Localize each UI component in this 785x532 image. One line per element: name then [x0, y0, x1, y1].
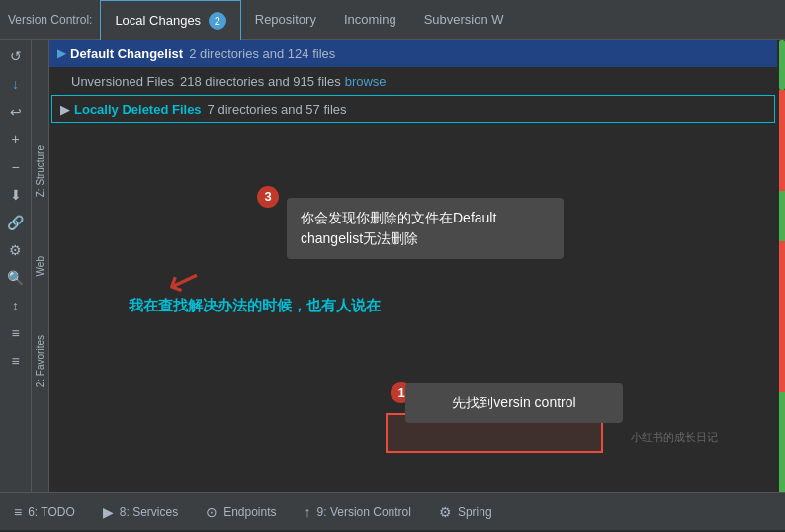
- endpoints-label: Endpoints: [223, 505, 276, 519]
- endpoints-icon: ⊙: [206, 504, 218, 520]
- endpoints-tab[interactable]: ⊙ Endpoints: [200, 502, 282, 522]
- spring-label: Spring: [458, 505, 492, 519]
- annotation-badge-3: 3: [257, 186, 279, 208]
- todo-label: 6: TODO: [28, 505, 75, 519]
- default-changelist-row[interactable]: ▶ Default Changelist 2 directories and 1…: [49, 40, 777, 67]
- link-icon[interactable]: 🔗: [3, 210, 29, 235]
- undo-icon[interactable]: ↩: [3, 99, 29, 125]
- services-icon: ▶: [103, 504, 114, 520]
- z-structure-label: Z: Structure: [35, 145, 45, 197]
- default-changelist-count: 2 directories and 124 files: [189, 46, 335, 61]
- version-control-label: Version Control:: [8, 13, 100, 27]
- tab-local-changes[interactable]: Local Changes 2: [100, 0, 240, 40]
- watermark-text: 小红书的成长日记: [631, 430, 718, 445]
- locally-deleted-files-count: 7 directories and 57 files: [208, 102, 347, 117]
- tab-badge: 2: [209, 12, 226, 30]
- bar-red-2: [779, 241, 785, 393]
- refresh-icon[interactable]: ↺: [3, 44, 29, 69]
- locally-deleted-files-row[interactable]: ▶ Locally Deleted Files 7 directories an…: [51, 95, 775, 123]
- sync-icon[interactable]: ↓: [3, 71, 29, 97]
- resize-icon[interactable]: ↕: [3, 293, 29, 318]
- web-label: Web: [35, 256, 45, 276]
- annotation-1-line1: 你会发现你删除的文件在Default: [301, 210, 496, 225]
- version-control-icon: ↑: [305, 504, 311, 520]
- right-color-bars: [777, 40, 785, 492]
- version-control-tab-label: 9: Version Control: [317, 505, 411, 519]
- download-icon[interactable]: ⬇: [3, 182, 29, 208]
- annotation-box-1: 你会发现你删除的文件在Default changelist无法删除: [287, 198, 564, 259]
- tab-subversion[interactable]: Subversion W: [410, 0, 518, 40]
- annotation-2-text: 先找到versin control: [452, 395, 575, 410]
- left-sidebar: ↺ ↓ ↩ + − ⬇ 🔗 ⚙ 🔍 ↕ ≡ ≡: [0, 40, 32, 492]
- chinese-explanation-text: 我在查找解决办法的时候，也有人说在: [129, 297, 381, 315]
- tab-repository[interactable]: Repository: [241, 0, 330, 40]
- menu-icon-1[interactable]: ≡: [3, 320, 29, 346]
- unversioned-files-count: 218 directories and 915 files: [180, 74, 341, 89]
- annotation-1-line2: changelist无法删除: [301, 230, 418, 246]
- menu-icon-2[interactable]: ≡: [3, 348, 29, 374]
- spring-tab[interactable]: ⚙ Spring: [433, 502, 498, 522]
- expand-arrow-icon: ▶: [57, 46, 66, 60]
- tab-incoming[interactable]: Incoming: [330, 0, 410, 40]
- unversioned-files-name: Unversioned Files: [71, 74, 174, 89]
- default-changelist-name: Default Changelist: [70, 46, 183, 61]
- tab-bar: Version Control: Local Changes 2 Reposit…: [0, 0, 785, 40]
- version-control-tab[interactable]: ↑ 9: Version Control: [299, 502, 417, 522]
- remove-icon[interactable]: −: [3, 154, 29, 180]
- bar-green-3: [779, 392, 785, 492]
- search-icon[interactable]: 🔍: [3, 265, 29, 291]
- bottom-toolbar: ≡ 6: TODO ▶ 8: Services ⊙ Endpoints ↑ 9:…: [0, 492, 785, 530]
- services-tab[interactable]: ▶ 8: Services: [97, 502, 184, 522]
- unversioned-files-row[interactable]: Unversioned Files 218 directories and 91…: [49, 67, 777, 95]
- services-label: 8: Services: [120, 505, 178, 519]
- browse-link[interactable]: browse: [345, 74, 387, 89]
- spring-icon: ⚙: [439, 504, 452, 520]
- bar-green-2: [779, 191, 785, 241]
- add-icon[interactable]: +: [3, 127, 29, 152]
- bar-red: [779, 90, 785, 191]
- bar-green: [779, 40, 785, 90]
- annotation-box-2: 先找到versin control: [405, 383, 623, 423]
- vertical-labels: Z: Structure Web 2: Favorites: [32, 40, 49, 492]
- favorites-label: 2: Favorites: [35, 335, 45, 387]
- todo-tab[interactable]: ≡ 6: TODO: [8, 502, 81, 522]
- locally-deleted-files-name: Locally Deleted Files: [74, 102, 202, 117]
- file-tree[interactable]: ▶ Default Changelist 2 directories and 1…: [49, 40, 777, 492]
- todo-icon: ≡: [14, 504, 22, 520]
- gear-icon[interactable]: ⚙: [3, 237, 29, 263]
- main-content: ↺ ↓ ↩ + − ⬇ 🔗 ⚙ 🔍 ↕ ≡ ≡ Z: Structure Web…: [0, 40, 785, 492]
- expand-arrow-icon-2: ▶: [60, 102, 70, 117]
